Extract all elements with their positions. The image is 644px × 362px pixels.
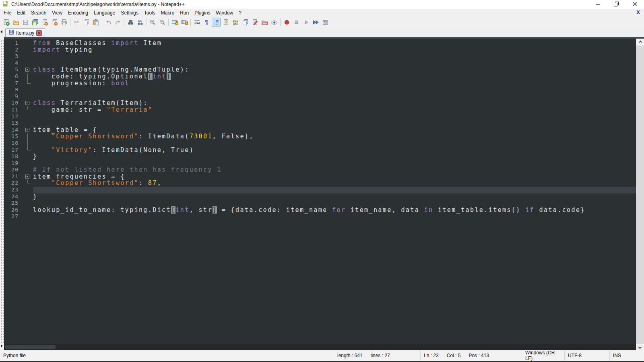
code-line: 17 "Victory": ItemData(None, True) — [4, 147, 636, 154]
macro-record-icon[interactable] — [282, 18, 291, 27]
line-number: 27 — [4, 213, 23, 220]
vertical-scrollbar-track[interactable] — [636, 45, 644, 344]
code-text — [33, 93, 636, 100]
new-file-icon[interactable] — [2, 18, 10, 27]
code-line: 9 — [4, 93, 636, 100]
tab-scroll-left-icon[interactable] — [0, 30, 2, 33]
horizontal-scrollbar-thumb[interactable] — [5, 345, 56, 349]
folder-workspace-icon[interactable] — [260, 18, 269, 27]
line-number: 8 — [4, 86, 23, 93]
menu-macro[interactable]: Macro — [158, 9, 177, 16]
code-line: 27 — [4, 213, 636, 220]
line-number: 3 — [4, 53, 23, 60]
close-icon[interactable] — [40, 18, 49, 27]
fold-margin — [23, 120, 33, 127]
status-cursor-position: Ln : 23 Col : 5 Pos : 413 — [420, 350, 522, 361]
find-icon[interactable] — [126, 18, 135, 27]
status-encoding[interactable]: UTF-8 — [564, 350, 609, 361]
document-close-icon[interactable]: X — [636, 9, 640, 15]
menu-run[interactable]: Run — [177, 9, 192, 16]
code-editor[interactable]: 1from BaseClasses import Item2import typ… — [4, 39, 636, 344]
code-text — [33, 187, 636, 193]
cut-icon[interactable]: ✂ — [72, 18, 81, 27]
horizontal-scrollbar[interactable] — [4, 344, 636, 350]
sync-horizontal-scroll-icon[interactable] — [180, 18, 189, 27]
save-icon[interactable] — [21, 18, 30, 27]
macro-save-icon[interactable] — [321, 18, 330, 27]
maximize-restore-button[interactable] — [607, 0, 625, 9]
menu-plugins[interactable]: Plugins — [192, 9, 213, 16]
print-icon[interactable] — [60, 18, 68, 27]
zoom-in-icon[interactable] — [148, 18, 157, 27]
toolbar-separator — [124, 19, 124, 26]
macro-run-multiple-icon[interactable] — [311, 18, 320, 27]
toolbar-separator — [102, 19, 102, 26]
macro-stop-icon[interactable] — [292, 18, 301, 27]
close-button[interactable] — [625, 0, 644, 9]
fold-marker[interactable] — [23, 100, 33, 107]
tab-items-py[interactable]: Items.py × — [5, 28, 45, 37]
code-text: import typing — [33, 47, 636, 53]
code-lines: 1from BaseClasses import Item2import typ… — [4, 40, 636, 220]
line-number: 22 — [4, 180, 23, 187]
menu-edit[interactable]: Edit — [14, 9, 28, 16]
status-bar: Python file length : 541 lines : 27 Ln :… — [0, 350, 644, 361]
code-line: 18} — [4, 153, 636, 160]
fold-margin — [23, 153, 33, 160]
status-insert-mode[interactable]: INS — [609, 350, 644, 361]
vertical-scrollbar[interactable] — [636, 39, 644, 344]
scroll-up-button[interactable] — [636, 39, 644, 45]
code-text: game: str = "Terraria" — [33, 107, 636, 113]
line-number: 11 — [4, 107, 23, 113]
undo-icon[interactable] — [104, 18, 113, 27]
line-number: 26 — [4, 207, 23, 214]
menu-view[interactable]: View — [49, 9, 65, 16]
minimize-icon — [596, 1, 600, 8]
redo-icon[interactable] — [114, 18, 122, 27]
macro-play-icon[interactable] — [301, 18, 310, 27]
fold-marker[interactable] — [23, 173, 33, 180]
tab-scroll-right-icon[interactable] — [1, 344, 3, 348]
menu-tools[interactable]: Tools — [141, 9, 158, 16]
menubar-items: FileEditSearchViewEncodingLanguageSettin… — [1, 9, 244, 16]
fold-marker[interactable] — [23, 66, 33, 73]
close-all-icon[interactable] — [50, 18, 59, 27]
scroll-down-button[interactable] — [636, 344, 644, 350]
copy-icon[interactable] — [82, 18, 91, 27]
menu-file[interactable]: File — [1, 9, 14, 16]
pen-edit-icon[interactable] — [250, 18, 259, 27]
document-map-icon[interactable] — [231, 18, 240, 27]
replace-icon[interactable]: ab — [136, 18, 144, 27]
save-all-icon[interactable] — [31, 18, 39, 27]
dock-gripper[interactable] — [0, 27, 4, 350]
line-number: 6 — [4, 73, 23, 80]
menu-settings[interactable]: Settings — [118, 9, 141, 16]
menu-search[interactable]: Search — [28, 9, 49, 16]
show-all-characters-icon[interactable]: ¶ — [202, 18, 211, 27]
status-eol-format[interactable]: Windows (CR LF) — [522, 350, 564, 361]
zoom-out-icon[interactable] — [158, 18, 167, 27]
code-line: 3 — [4, 53, 636, 60]
fold-marker[interactable] — [23, 127, 33, 134]
menu-help[interactable]: ? — [236, 9, 244, 16]
menu-window[interactable]: Window — [213, 9, 236, 16]
menu-encoding[interactable]: Encoding — [65, 9, 91, 16]
monitoring-icon[interactable] — [270, 18, 279, 27]
indent-guide-icon[interactable] — [212, 18, 221, 27]
code-text — [33, 53, 636, 60]
sync-vertical-scroll-icon[interactable] — [170, 18, 179, 27]
function-list-icon[interactable] — [221, 18, 230, 27]
tab-close-icon[interactable]: × — [36, 30, 42, 36]
code-text — [33, 160, 636, 167]
open-file-icon[interactable] — [11, 18, 20, 27]
paste-icon[interactable] — [91, 18, 100, 27]
line-number: 14 — [4, 127, 23, 134]
line-number: 23 — [4, 187, 23, 193]
code-text — [33, 86, 636, 93]
toolbar: ✂ab¶ — [0, 17, 644, 27]
document-list-icon[interactable] — [241, 18, 250, 27]
minimize-button[interactable] — [588, 0, 607, 9]
word-wrap-icon[interactable] — [192, 18, 201, 27]
code-line: 12 — [4, 113, 636, 120]
menu-language[interactable]: Language — [91, 9, 118, 16]
